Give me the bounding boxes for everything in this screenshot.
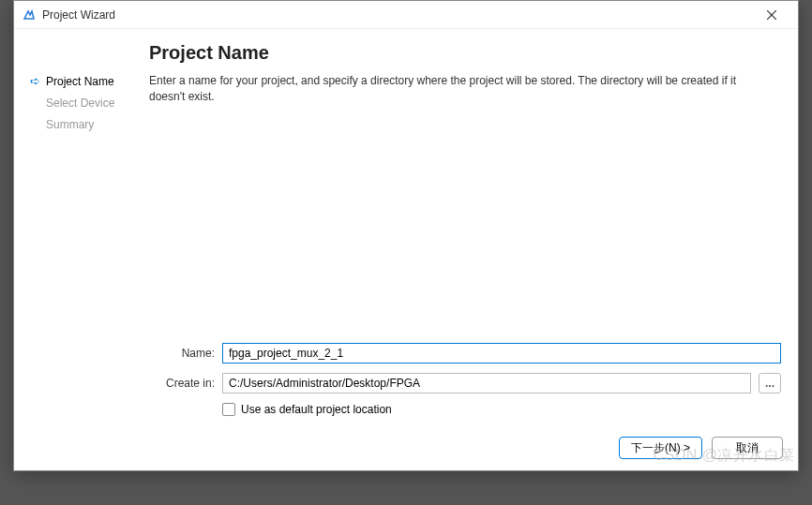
arrow-right-icon: ➪ <box>27 74 42 88</box>
step-label: Project Name <box>46 75 114 88</box>
browse-button[interactable]: ... <box>759 373 781 394</box>
default-location-label: Use as default project location <box>241 403 392 416</box>
close-button[interactable] <box>753 2 790 28</box>
project-path-input[interactable] <box>222 373 751 394</box>
dialog-body: ➪ Project Name ➪ Select Device ➪ Summary… <box>14 29 798 425</box>
project-form: Name: Create in: ... Use as default proj… <box>149 343 785 416</box>
name-label: Name: <box>149 347 215 360</box>
step-project-name[interactable]: ➪ Project Name <box>27 70 149 92</box>
app-icon <box>22 7 37 22</box>
project-wizard-dialog: Project Wizard ➪ Project Name ➪ Select D… <box>13 0 799 471</box>
default-location-row: Use as default project location <box>222 403 781 416</box>
titlebar: Project Wizard <box>14 1 798 29</box>
cancel-button[interactable]: 取消 <box>712 437 783 459</box>
step-summary[interactable]: ➪ Summary <box>27 113 149 135</box>
main-panel: Project Name Enter a name for your proje… <box>149 42 785 416</box>
step-select-device[interactable]: ➪ Select Device <box>27 92 149 113</box>
default-location-checkbox[interactable] <box>222 403 235 416</box>
step-label: Select Device <box>46 97 114 110</box>
path-label: Create in: <box>149 377 215 390</box>
page-title: Project Name <box>149 42 785 64</box>
next-button[interactable]: 下一步(N) > <box>619 437 702 459</box>
page-description: Enter a name for your project, and speci… <box>149 73 749 106</box>
svg-marker-0 <box>24 11 34 19</box>
project-name-input[interactable] <box>222 343 781 364</box>
step-label: Summary <box>46 118 94 131</box>
window-title: Project Wizard <box>42 8 753 22</box>
button-row: 下一步(N) > 取消 <box>14 425 798 470</box>
wizard-steps: ➪ Project Name ➪ Select Device ➪ Summary <box>27 42 149 416</box>
